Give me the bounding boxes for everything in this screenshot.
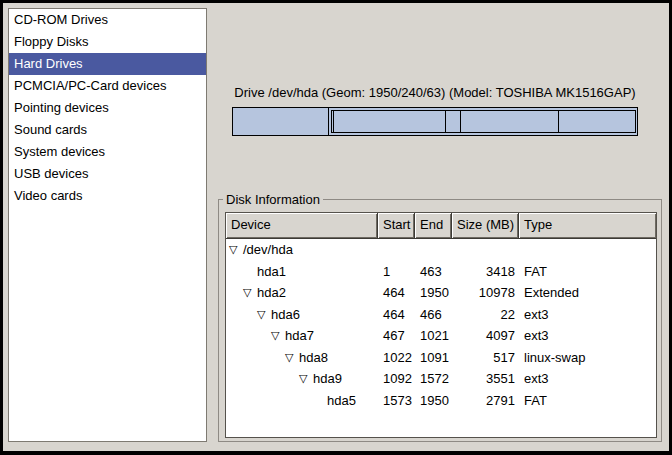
table-row-hda6[interactable]: ▽hda646446622ext3 bbox=[226, 304, 656, 326]
device-label: hda9 bbox=[313, 368, 342, 390]
type-cell: FAT bbox=[519, 261, 656, 283]
expander-icon[interactable]: ▽ bbox=[257, 304, 271, 326]
sidebar-item-floppy-disks[interactable]: Floppy Disks bbox=[9, 31, 206, 53]
table-row-hda2[interactable]: ▽hda2464195010978Extended bbox=[226, 282, 656, 304]
end-cell: 1572 bbox=[415, 368, 452, 390]
start-cell: 1 bbox=[378, 261, 415, 283]
end-cell: 1950 bbox=[415, 390, 452, 412]
size-cell: 4097 bbox=[452, 325, 519, 347]
device-cell: hda1 bbox=[226, 261, 378, 283]
size-cell: 3551 bbox=[452, 368, 519, 390]
expander-icon[interactable]: ▽ bbox=[271, 325, 285, 347]
table-row--dev-hda[interactable]: ▽/dev/hda bbox=[226, 239, 656, 261]
partition-segment-hda2-extended bbox=[331, 110, 636, 133]
end-cell: 1091 bbox=[415, 347, 452, 369]
device-cell: ▽hda7 bbox=[226, 325, 378, 347]
sidebar-item-sound-cards[interactable]: Sound cards bbox=[9, 119, 206, 141]
table-body: ▽/dev/hdahda114633418FAT▽hda246419501097… bbox=[226, 239, 656, 411]
drive-title: Drive /dev/hda (Geom: 1950/240/63) (Mode… bbox=[232, 84, 638, 101]
size-cell: 2791 bbox=[452, 390, 519, 412]
device-cell: ▽hda8 bbox=[226, 347, 378, 369]
end-cell bbox=[415, 239, 452, 261]
device-label: hda1 bbox=[257, 261, 286, 283]
type-cell: ext3 bbox=[519, 304, 656, 326]
device-label: hda5 bbox=[327, 390, 356, 412]
partition-segment-hda8 bbox=[446, 111, 461, 132]
device-label: hda7 bbox=[285, 325, 314, 347]
type-cell bbox=[519, 239, 656, 261]
type-cell: FAT bbox=[519, 390, 656, 412]
start-cell: 464 bbox=[378, 304, 415, 326]
start-cell: 1092 bbox=[378, 368, 415, 390]
start-cell: 1573 bbox=[378, 390, 415, 412]
start-cell: 1022 bbox=[378, 347, 415, 369]
table-row-hda1[interactable]: hda114633418FAT bbox=[226, 261, 656, 283]
sidebar-item-pointing-devices[interactable]: Pointing devices bbox=[9, 97, 206, 119]
partition-segment-hda1 bbox=[233, 108, 329, 135]
sidebar-item-video-cards[interactable]: Video cards bbox=[9, 185, 206, 207]
partition-bar bbox=[232, 107, 638, 136]
partition-segment-hda7 bbox=[334, 111, 447, 132]
end-cell: 1021 bbox=[415, 325, 452, 347]
table-row-hda5[interactable]: hda5157319502791FAT bbox=[226, 390, 656, 412]
end-cell: 463 bbox=[415, 261, 452, 283]
disk-information-frame: Disk Information Device Start End Size (… bbox=[218, 199, 662, 442]
table-row-hda9[interactable]: ▽hda9109215723551ext3 bbox=[226, 368, 656, 390]
end-cell: 466 bbox=[415, 304, 452, 326]
device-label: hda2 bbox=[257, 282, 286, 304]
disk-information-table: Device Start End Size (MB) Type ▽/dev/hd… bbox=[225, 212, 657, 438]
size-cell: 517 bbox=[452, 347, 519, 369]
size-cell: 22 bbox=[452, 304, 519, 326]
device-label: hda8 bbox=[299, 347, 328, 369]
size-cell: 3418 bbox=[452, 261, 519, 283]
start-cell: 467 bbox=[378, 325, 415, 347]
expander-icon[interactable]: ▽ bbox=[299, 368, 313, 390]
column-header-start[interactable]: Start bbox=[378, 213, 415, 239]
column-header-size-mb[interactable]: Size (MB) bbox=[452, 213, 519, 239]
device-cell: ▽hda6 bbox=[226, 304, 378, 326]
sidebar-item-system-devices[interactable]: System devices bbox=[9, 141, 206, 163]
device-cell: ▽hda2 bbox=[226, 282, 378, 304]
type-cell: linux-swap bbox=[519, 347, 656, 369]
expander-icon[interactable]: ▽ bbox=[243, 282, 257, 304]
size-cell: 10978 bbox=[452, 282, 519, 304]
column-header-device[interactable]: Device bbox=[226, 213, 378, 239]
device-cell: ▽hda9 bbox=[226, 368, 378, 390]
hardware-browser-window: CD-ROM DrivesFloppy DisksHard DrivesPCMC… bbox=[0, 0, 672, 455]
sidebar-item-usb-devices[interactable]: USB devices bbox=[9, 163, 206, 185]
start-cell bbox=[378, 239, 415, 261]
table-row-hda7[interactable]: ▽hda746710214097ext3 bbox=[226, 325, 656, 347]
table-row-hda8[interactable]: ▽hda810221091517linux-swap bbox=[226, 347, 656, 369]
device-label: hda6 bbox=[271, 304, 300, 326]
partition-segment-hda9 bbox=[461, 111, 559, 132]
device-cell: hda5 bbox=[226, 390, 378, 412]
type-cell: ext3 bbox=[519, 325, 656, 347]
device-cell: ▽/dev/hda bbox=[226, 239, 378, 261]
start-cell: 464 bbox=[378, 282, 415, 304]
disk-information-frame-label: Disk Information bbox=[223, 191, 323, 208]
expander-icon[interactable]: ▽ bbox=[285, 347, 299, 369]
size-cell bbox=[452, 239, 519, 261]
expander-icon[interactable]: ▽ bbox=[229, 239, 243, 261]
end-cell: 1950 bbox=[415, 282, 452, 304]
table-header-row: Device Start End Size (MB) Type bbox=[226, 213, 656, 239]
type-cell: ext3 bbox=[519, 368, 656, 390]
column-header-type[interactable]: Type bbox=[519, 213, 656, 239]
type-cell: Extended bbox=[519, 282, 656, 304]
column-header-end[interactable]: End bbox=[415, 213, 452, 239]
sidebar-item-pcmcia-pc-card-devices[interactable]: PCMCIA/PC-Card devices bbox=[9, 75, 206, 97]
partition-segment-hda5 bbox=[559, 111, 635, 132]
device-category-list: CD-ROM DrivesFloppy DisksHard DrivesPCMC… bbox=[8, 8, 207, 442]
device-label: /dev/hda bbox=[243, 239, 293, 261]
sidebar-item-hard-drives[interactable]: Hard Drives bbox=[9, 53, 206, 75]
sidebar-item-cd-rom-drives[interactable]: CD-ROM Drives bbox=[9, 9, 206, 31]
